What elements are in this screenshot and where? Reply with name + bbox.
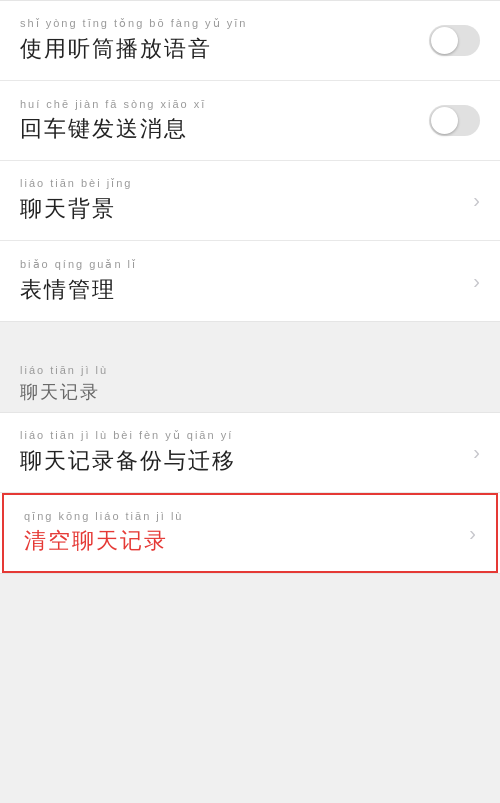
send-on-enter-text: huí chē jiàn fā sòng xiāo xī 回车键发送消息 xyxy=(20,98,429,144)
toggle-track xyxy=(429,25,480,56)
send-on-enter-toggle[interactable] xyxy=(429,105,480,136)
use-earpiece-pinyin: shǐ yòng tīng tǒng bō fàng yǔ yīn xyxy=(20,17,429,30)
chat-background-chinese: 聊天背景 xyxy=(20,194,473,224)
section-chat-records: liáo tiān jì lù bèi fèn yǔ qiān yí 聊天记录备… xyxy=(0,412,500,574)
chat-backup-pinyin: liáo tiān jì lù bèi fèn yǔ qiān yí xyxy=(20,429,473,442)
clear-chat-chinese: 清空聊天记录 xyxy=(24,526,469,556)
toggle-track-2 xyxy=(429,105,480,136)
row-clear-chat[interactable]: qīng kōng liáo tiān jì lù 清空聊天记录 › xyxy=(2,493,498,573)
emoji-management-text: biǎo qíng guǎn lǐ 表情管理 xyxy=(20,258,473,305)
section-divider xyxy=(0,322,500,352)
emoji-management-chinese: 表情管理 xyxy=(20,275,473,305)
chat-backup-chinese: 聊天记录备份与迁移 xyxy=(20,446,473,476)
bottom-space xyxy=(0,574,500,774)
clear-chat-chevron: › xyxy=(469,522,476,545)
row-chat-background[interactable]: liáo tiān bèi jǐng 聊天背景 › xyxy=(0,161,500,241)
row-chat-backup[interactable]: liáo tiān jì lù bèi fèn yǔ qiān yí 聊天记录备… xyxy=(0,413,500,493)
emoji-management-chevron: › xyxy=(473,270,480,293)
chat-backup-text: liáo tiān jì lù bèi fèn yǔ qiān yí 聊天记录备… xyxy=(20,429,473,476)
use-earpiece-toggle[interactable] xyxy=(429,25,480,56)
toggle-thumb-2 xyxy=(431,107,458,134)
toggle-thumb xyxy=(431,27,458,54)
use-earpiece-chinese: 使用听筒播放语音 xyxy=(20,34,429,64)
row-use-earpiece[interactable]: shǐ yòng tīng tǒng bō fàng yǔ yīn 使用听筒播放… xyxy=(0,1,500,81)
section-header-chat-records: liáo tiān jì lù 聊天记录 xyxy=(0,352,500,412)
section-pinyin: liáo tiān jì lù xyxy=(20,364,480,376)
row-send-on-enter[interactable]: huí chē jiàn fā sòng xiāo xī 回车键发送消息 xyxy=(0,81,500,161)
clear-chat-pinyin: qīng kōng liáo tiān jì lù xyxy=(24,510,469,522)
section-general: shǐ yòng tīng tǒng bō fàng yǔ yīn 使用听筒播放… xyxy=(0,0,500,322)
chat-background-pinyin: liáo tiān bèi jǐng xyxy=(20,177,473,190)
chat-background-chevron: › xyxy=(473,189,480,212)
chat-backup-chevron: › xyxy=(473,441,480,464)
clear-chat-text: qīng kōng liáo tiān jì lù 清空聊天记录 xyxy=(24,510,469,556)
row-emoji-management[interactable]: biǎo qíng guǎn lǐ 表情管理 › xyxy=(0,241,500,321)
chat-background-text: liáo tiān bèi jǐng 聊天背景 xyxy=(20,177,473,224)
send-on-enter-chinese: 回车键发送消息 xyxy=(20,114,429,144)
use-earpiece-text: shǐ yòng tīng tǒng bō fàng yǔ yīn 使用听筒播放… xyxy=(20,17,429,64)
section-chinese: 聊天记录 xyxy=(20,380,480,404)
settings-container: shǐ yòng tīng tǒng bō fàng yǔ yīn 使用听筒播放… xyxy=(0,0,500,774)
emoji-management-pinyin: biǎo qíng guǎn lǐ xyxy=(20,258,473,271)
send-on-enter-pinyin: huí chē jiàn fā sòng xiāo xī xyxy=(20,98,429,110)
